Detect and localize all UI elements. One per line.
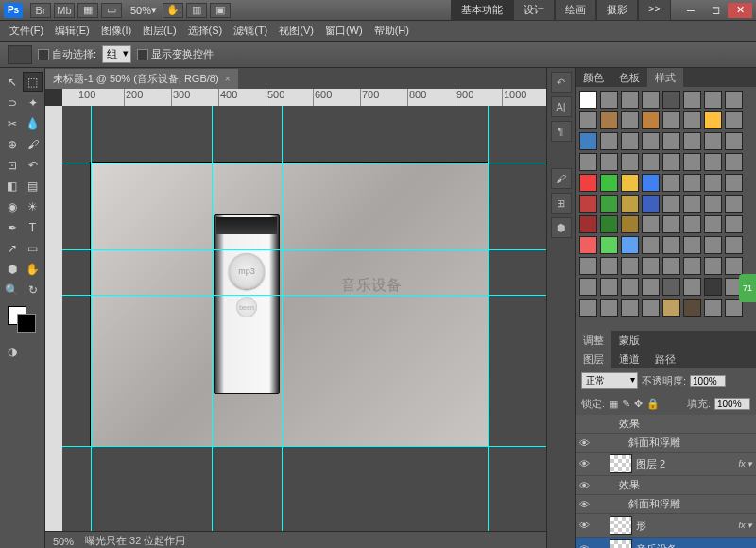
workspace-tab-design[interactable]: 设计	[513, 0, 555, 21]
menu-window[interactable]: 窗口(W)	[319, 22, 369, 40]
history-panel-icon[interactable]: ↶	[551, 72, 572, 93]
tab-adjustments[interactable]: 调整	[576, 331, 611, 350]
visibility-icon[interactable]: 👁	[579, 543, 593, 548]
style-swatch[interactable]	[662, 174, 680, 192]
style-swatch[interactable]	[725, 236, 743, 254]
style-swatch[interactable]	[600, 257, 618, 275]
workspace-tab-painting[interactable]: 绘画	[555, 0, 596, 21]
tool-brush[interactable]: 🖌	[23, 134, 43, 154]
style-swatch[interactable]	[642, 174, 660, 192]
style-swatch[interactable]	[725, 257, 743, 275]
style-swatch[interactable]	[704, 278, 722, 296]
layer-row[interactable]: 👁形fx ▾	[576, 514, 756, 538]
style-swatch[interactable]	[600, 174, 618, 192]
lock-pixels-icon[interactable]: ▦	[609, 398, 618, 410]
style-swatch[interactable]	[579, 91, 597, 109]
style-swatch[interactable]	[600, 195, 618, 213]
fx-badge[interactable]: fx ▾	[738, 521, 752, 530]
guide-vertical[interactable]	[488, 106, 489, 531]
style-swatch[interactable]	[579, 153, 597, 171]
style-swatch[interactable]	[579, 111, 597, 129]
style-swatch[interactable]	[704, 257, 722, 275]
menu-image[interactable]: 图像(I)	[95, 22, 137, 40]
menu-file[interactable]: 文件(F)	[4, 22, 49, 40]
show-transform-checkbox[interactable]: 显示变换控件	[137, 47, 214, 61]
tool-eraser[interactable]: ◧	[2, 176, 22, 196]
hand-button[interactable]: ✋	[163, 3, 183, 18]
style-swatch[interactable]	[621, 132, 639, 150]
tab-masks[interactable]: 蒙版	[611, 331, 647, 350]
style-swatch[interactable]	[579, 278, 597, 296]
style-swatch[interactable]	[683, 278, 701, 296]
style-swatch[interactable]	[579, 236, 597, 254]
tool-dodge[interactable]: ☀	[23, 197, 43, 216]
tool-path[interactable]: ↗	[2, 238, 22, 258]
guide-horizontal[interactable]	[62, 295, 546, 296]
style-swatch[interactable]	[600, 91, 618, 109]
guide-vertical[interactable]	[282, 106, 283, 531]
style-swatch[interactable]	[683, 236, 701, 254]
style-swatch[interactable]	[662, 299, 680, 317]
tool-3d[interactable]: ⬢	[2, 259, 22, 279]
style-swatch[interactable]	[704, 174, 722, 192]
tab-layers[interactable]: 图层	[576, 350, 611, 368]
style-swatch[interactable]	[579, 215, 597, 233]
style-swatch[interactable]	[683, 215, 701, 233]
menu-select[interactable]: 选择(S)	[182, 22, 229, 40]
style-swatch[interactable]	[662, 132, 680, 150]
style-swatch[interactable]	[621, 174, 639, 192]
auto-select-type-dropdown[interactable]: 组	[102, 45, 131, 63]
style-swatch[interactable]	[704, 111, 722, 129]
tab-styles[interactable]: 样式	[647, 68, 683, 87]
tool-type[interactable]: T	[23, 217, 43, 237]
style-swatch[interactable]	[579, 257, 597, 275]
style-swatch[interactable]	[621, 257, 639, 275]
tool-heal[interactable]: ⊕	[2, 134, 22, 154]
style-swatch[interactable]	[662, 195, 680, 213]
tool-crop[interactable]: ✂	[2, 113, 22, 133]
style-swatch[interactable]	[642, 111, 660, 129]
tool-move[interactable]: ↖	[2, 72, 22, 92]
style-swatch[interactable]	[704, 132, 722, 150]
style-swatch[interactable]	[642, 257, 660, 275]
menu-filter[interactable]: 滤镜(T)	[228, 22, 273, 40]
style-swatch[interactable]	[621, 278, 639, 296]
style-swatch[interactable]	[725, 195, 743, 213]
style-swatch[interactable]	[642, 299, 660, 317]
guide-vertical[interactable]	[91, 106, 92, 531]
tool-history-brush[interactable]: ↶	[23, 155, 43, 175]
layer-row[interactable]: 👁图层 2fx ▾	[576, 453, 756, 476]
tab-swatches[interactable]: 色板	[611, 68, 647, 87]
tab-color[interactable]: 颜色	[576, 68, 611, 87]
style-swatch[interactable]	[600, 153, 618, 171]
guide-horizontal[interactable]	[62, 249, 546, 250]
document-tab[interactable]: 未标题-1 @ 50% (音乐设备, RGB/8) ×	[45, 69, 238, 89]
tool-lasso[interactable]: ⊃	[2, 93, 22, 112]
style-swatch[interactable]	[662, 111, 680, 129]
layer-row[interactable]: 👁音乐设备	[576, 538, 756, 548]
workspace-tab-essentials[interactable]: 基本功能	[451, 0, 513, 21]
style-swatch[interactable]	[600, 236, 618, 254]
tab-paths[interactable]: 路径	[647, 350, 683, 368]
bridge-button[interactable]: Br	[30, 3, 51, 18]
style-swatch[interactable]	[621, 215, 639, 233]
view-grid-button[interactable]: ▦	[77, 3, 98, 18]
layer-row[interactable]: 👁效果	[576, 476, 756, 495]
layer-row[interactable]: 效果	[576, 415, 756, 434]
style-swatch[interactable]	[579, 299, 597, 317]
tool-shape[interactable]: ▭	[23, 238, 43, 258]
view-doc-button[interactable]: ▭	[101, 3, 122, 18]
status-zoom[interactable]: 50%	[53, 536, 74, 547]
minimize-button[interactable]: ─	[679, 3, 703, 18]
tool-gradient[interactable]: ▤	[23, 176, 43, 196]
canvas-viewport[interactable]: mp3 been 音乐设备	[62, 106, 546, 531]
tool-wand[interactable]: ✦	[23, 93, 43, 112]
background-color[interactable]	[17, 314, 36, 333]
paragraph-panel-icon[interactable]: ¶	[551, 121, 572, 142]
workspace-tab-photo[interactable]: 摄影	[596, 0, 638, 21]
style-swatch[interactable]	[642, 91, 660, 109]
style-swatch[interactable]	[683, 111, 701, 129]
style-swatch[interactable]	[683, 91, 701, 109]
auto-select-checkbox[interactable]: 自动选择:	[38, 47, 96, 61]
guide-horizontal[interactable]	[62, 163, 546, 163]
